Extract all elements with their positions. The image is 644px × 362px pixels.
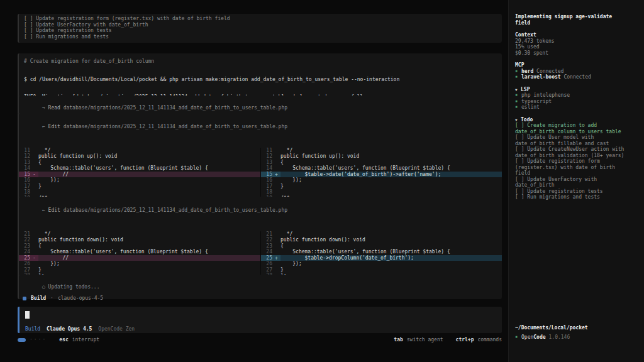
diff-row: 26 });	[19, 261, 260, 267]
app-version-row: ▪ OpenCode 1.0.146	[515, 334, 570, 341]
diff-pane-after: 11 */12public function up(): void13{14 S…	[260, 148, 502, 202]
code-text: Schema::table('users', function (Bluepri…	[38, 249, 260, 255]
code-text: Schema::table('users', function (Bluepri…	[280, 249, 502, 255]
sidebar-todo-item: [ ] Update User model with date_of_birth…	[515, 134, 630, 146]
todo-section: ▼Todo [ ] Create migration to add date_o…	[515, 117, 638, 200]
session-model: claude-opus-4-5	[58, 295, 103, 302]
diff-row: 21 */	[19, 231, 260, 238]
line-number: 17	[19, 184, 30, 190]
diff-sign	[272, 189, 280, 195]
input-agent-label[interactable]: Build	[25, 326, 40, 332]
code-text: */	[38, 231, 260, 238]
input-model-label[interactable]: Claude Opus 4.5	[47, 326, 92, 332]
tool-verb: Edit	[48, 207, 60, 213]
code-text: Schema::table('users', function (Bluepri…	[38, 165, 260, 172]
line-number: 11	[19, 148, 30, 154]
line-number: 11	[261, 148, 272, 154]
triangle-down-icon[interactable]: ▼	[515, 87, 521, 93]
mcp-item: ▪herd Connected	[515, 69, 638, 75]
agent-icon	[23, 297, 26, 300]
context-label: Context	[515, 32, 638, 38]
sidebar-todo-item: [ ] Run migrations and tests	[515, 194, 630, 200]
edit-diff-block-up: ← Edit database/migrations/2025_12_11_14…	[18, 113, 502, 206]
diff-row: 11 */	[19, 148, 260, 154]
code-text: }	[280, 267, 502, 273]
code-text: */	[280, 231, 502, 238]
diff-pane-before: 21 */22public function down(): void23{24…	[19, 231, 260, 279]
code-text: */	[280, 148, 502, 154]
line-number: 15	[261, 172, 272, 178]
ctrlp-key-hint: ctrl+p	[456, 337, 474, 343]
code-text: public function down(): void	[38, 237, 260, 243]
line-number: 26	[261, 261, 272, 267]
diff-sign	[30, 231, 38, 238]
tool-verb: Edit	[48, 124, 60, 129]
line-number: 12	[261, 153, 272, 160]
code-text: //	[38, 255, 260, 261]
diff-sign	[30, 243, 38, 250]
diff-row: 25+ $table->dropColumn('date_of_birth');	[261, 255, 502, 261]
diff-row: 14 Schema::table('users', function (Blue…	[19, 165, 260, 172]
sidebar-todo-item: [ ] Update registration form (register.t…	[515, 158, 630, 177]
line-number: 25	[261, 255, 272, 261]
diff-row: 11 */	[261, 148, 502, 154]
line-number: 16	[19, 177, 30, 184]
mcp-item-text: laravel-boost Connected	[521, 74, 591, 80]
diff-row: 23{	[19, 243, 260, 250]
prompt-input[interactable]: Build Claude Opus 4.5 OpenCode Zen	[18, 307, 502, 333]
status-bullet-icon: ▪	[515, 334, 521, 341]
app-version: 1.0.146	[549, 334, 570, 341]
diff-row: 24 Schema::table('users', function (Blue…	[261, 249, 502, 255]
diff-sign	[272, 243, 280, 250]
triangle-down-icon[interactable]: ▼	[515, 117, 521, 123]
updating-label: Updating todos...	[48, 284, 100, 290]
diff-row: 22public function down(): void	[19, 237, 260, 243]
code-text: }	[38, 267, 260, 273]
status-bullet-icon: ▪	[515, 104, 521, 111]
code-text: });	[38, 177, 260, 184]
diff-row: 15- //	[19, 172, 260, 178]
line-number: 26	[19, 261, 30, 267]
app-name: OpenCode	[521, 334, 546, 341]
terminal-line: # Create migration for date_of_birth col…	[24, 58, 497, 65]
line-number: 22	[19, 237, 30, 243]
edit-diff-block-down: ← Edit database/migrations/2025_12_11_14…	[18, 197, 502, 284]
todo-label: Todo	[521, 117, 533, 123]
line-number: 17	[261, 184, 272, 190]
diff-sign	[272, 261, 280, 267]
tab-key-hint: tab	[394, 337, 402, 343]
code-text: }	[38, 184, 260, 190]
session-name: Build	[31, 295, 46, 302]
ctrlp-key-label: commands	[477, 337, 502, 343]
diff-row: 25- //	[19, 255, 260, 261]
code-text: });	[38, 261, 260, 267]
lsp-item-text: eslint	[521, 104, 540, 111]
line-number: 14	[19, 165, 30, 172]
code-text	[38, 189, 260, 195]
code-text: }	[280, 184, 502, 190]
spinner-dots-icon: ····	[30, 337, 47, 343]
diff-row: 26 });	[261, 261, 502, 267]
diff-row: 15+ $table->date('date_of_birth')->after…	[261, 172, 502, 178]
line-number: 15	[19, 172, 30, 178]
sidebar-todo-item: [ ] Update registration tests	[515, 189, 630, 195]
diff-sign	[30, 148, 38, 154]
status-bullet-icon: ▪	[515, 74, 521, 80]
diff-row: 12public function up(): void	[19, 153, 260, 160]
diff-sign	[272, 237, 280, 243]
diff-pane-before: 11 */12public function up(): void13{14 S…	[19, 148, 260, 202]
line-number: 12	[19, 153, 30, 160]
status-bullet-icon: ▪	[515, 92, 521, 99]
tool-verb: Read	[48, 105, 60, 111]
diff-sign	[272, 165, 280, 172]
diff-row: 18	[19, 189, 260, 195]
diff-sign	[272, 267, 280, 273]
code-text: Schema::table('users', function (Bluepri…	[280, 165, 502, 172]
session-title: Implementing signup age-validate field	[515, 14, 623, 26]
code-text: public function up(): void	[280, 153, 502, 160]
todo-line: [ ] Update registration form (register.t…	[24, 16, 497, 22]
diff-sign	[272, 184, 280, 190]
esc-key-label: interrupt	[72, 337, 99, 343]
code-text: //	[38, 172, 260, 178]
code-text: $table->dropColumn('date_of_birth');	[280, 255, 502, 261]
